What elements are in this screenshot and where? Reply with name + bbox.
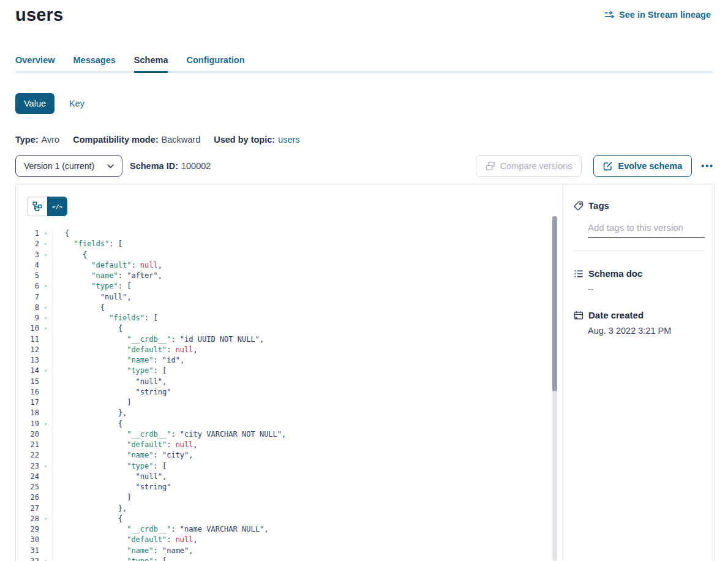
code-text: { [52,250,550,260]
collapse-toggle-icon[interactable]: ▾ [39,250,52,260]
code-scrollbar-thumb[interactable] [552,216,557,391]
code-line: 9▾ "fields": [ [16,313,550,323]
line-number: 1 [16,228,39,239]
code-line: 1▾{ [16,228,550,239]
code-text: "default": null, [52,260,550,271]
collapse-toggle-icon[interactable]: ▾ [39,303,52,313]
line-number: 13 [16,355,39,366]
code-text: "name": "name", [52,546,550,556]
value-button[interactable]: Value [15,93,54,114]
code-view-button[interactable]: </> [47,197,67,216]
line-number: 21 [16,440,39,450]
compare-versions-button[interactable]: Compare versions [476,155,582,177]
code-text: "type": [ [52,366,550,376]
evolve-schema-icon [603,161,613,171]
tag-icon [574,201,584,211]
tab-schema[interactable]: Schema [134,55,168,73]
code-text: }, [52,503,550,514]
collapse-toggle-icon[interactable]: ▾ [39,461,52,472]
key-button[interactable]: Key [69,99,84,108]
line-number: 20 [16,429,39,440]
line-number: 7 [16,292,39,303]
schema-sidebar: Tags Schema doc [563,184,714,561]
code-lines: 1▾{2▾ "fields": [3▾ {4 "default": null,5… [16,228,550,561]
collapse-toggle-icon[interactable]: ▾ [39,556,52,561]
collapse-toggle-icon[interactable]: ▾ [39,419,52,429]
version-dropdown[interactable]: Version 1 (current) [15,155,122,177]
code-text: ] [52,492,550,503]
code-line: 8▾ { [16,303,550,313]
code-text: "__crdb__": "city VARCHAR NOT NULL", [52,429,550,440]
tree-view-icon [32,201,42,211]
code-line: 27 }, [16,503,550,514]
code-text: "null", [52,292,550,303]
line-number: 10 [16,323,39,334]
sidebar-divider [574,250,704,251]
code-text: "fields": [ [52,239,550,249]
type-label: Type: [15,135,39,145]
code-text: { [52,419,550,429]
code-line: 22 "name": "city", [16,450,550,461]
collapse-toggle-icon[interactable]: ▾ [39,281,52,292]
code-text: "__crdb__": "name VARCHAR NULL", [52,524,550,535]
line-number: 17 [16,397,39,408]
code-line: 21 "default": null, [16,440,550,450]
fold-spacer [39,377,52,387]
tab-bar: Overview Messages Schema Configuration [15,55,713,73]
stream-lineage-label: See in Stream lineage [619,10,711,20]
fold-spacer [39,482,52,492]
fold-spacer [39,524,52,535]
code-line: 2▾ "fields": [ [16,239,550,249]
fold-spacer [39,450,52,461]
stream-lineage-link[interactable]: See in Stream lineage [604,10,711,20]
fold-spacer [39,355,52,366]
code-line: 15 "null", [16,377,550,387]
tab-configuration[interactable]: Configuration [186,55,244,73]
compare-versions-icon [486,161,495,171]
line-number: 3 [16,250,39,260]
code-line: 26 ] [16,492,550,503]
line-number: 6 [16,281,39,292]
collapse-toggle-icon[interactable]: ▾ [39,323,52,334]
tree-view-button[interactable] [27,197,47,216]
code-text: "string" [52,482,550,492]
more-actions-button[interactable]: ••• [700,159,715,173]
date-created-title: Date created [588,310,644,320]
fold-spacer [39,345,52,355]
collapse-toggle-icon[interactable]: ▾ [39,514,52,524]
collapse-toggle-icon[interactable]: ▾ [39,228,52,239]
line-number: 16 [16,387,39,397]
code-line: 11 "__crdb__": "id UUID NOT NULL", [16,334,550,345]
code-line: 25 "string" [16,482,550,492]
collapse-toggle-icon[interactable]: ▾ [39,313,52,323]
chevron-down-icon [107,164,114,168]
code-line: 6▾ "type": [ [16,281,550,292]
code-line: 31 "name": "name", [16,546,550,556]
evolve-schema-button[interactable]: Evolve schema [593,155,692,177]
used-by-topic-label: Used by topic: [214,135,275,145]
code-scrollbar-track[interactable] [552,216,557,561]
fold-spacer [39,546,52,556]
code-text: "string" [52,387,550,397]
code-text: "type": [ [52,556,550,561]
collapse-toggle-icon[interactable]: ▾ [39,366,52,376]
code-line: 17 ] [16,397,550,408]
topic-link[interactable]: users [278,135,299,145]
code-text: "type": [ [52,461,550,472]
tab-messages[interactable]: Messages [73,55,116,73]
schema-detail-panels: </> 1▾{2▾ "fields": [3▾ {4 "default": nu… [15,184,715,561]
code-line: 16 "string" [16,387,550,397]
line-number: 2 [16,239,39,249]
schema-doc-value: -- [588,284,704,294]
tab-overview[interactable]: Overview [15,55,55,73]
fold-spacer [39,397,52,408]
tags-section: Tags [574,200,704,238]
code-line: 7 "null", [16,292,550,303]
add-tags-input[interactable] [588,222,705,238]
code-text: "null", [52,472,550,482]
code-text: "type": [ [52,281,550,292]
fold-spacer [39,535,52,545]
compatibility-label: Compatibility mode: [73,135,158,145]
collapse-toggle-icon[interactable]: ▾ [39,239,52,249]
date-created-section: Date created Aug. 3 2022 3:21 PM [574,310,704,336]
